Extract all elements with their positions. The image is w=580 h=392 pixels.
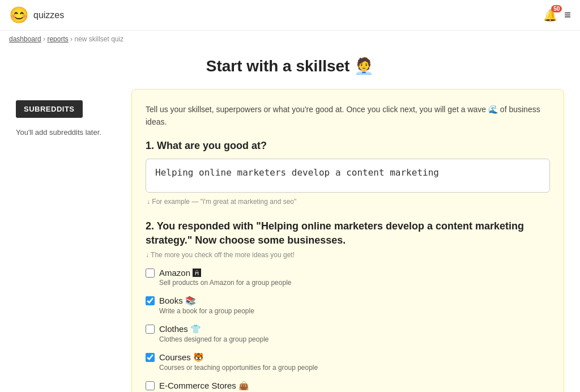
- header-left: 😊 quizzes: [9, 6, 64, 24]
- checkbox-row: Courses 🐯: [146, 352, 550, 363]
- breadcrumb-reports[interactable]: reports: [47, 35, 68, 43]
- question1-label: 1. What are you good at?: [146, 140, 550, 152]
- more-check-hint: ↓ The more you check off the more ideas …: [146, 251, 550, 259]
- checkbox-row: Books 📚: [146, 296, 550, 306]
- checkbox-row: Amazon 🅰: [146, 268, 550, 278]
- checkbox-row: Clothes 👕: [146, 324, 550, 334]
- label-books: Books 📚: [159, 296, 196, 306]
- header-right: 🔔 50 ≡: [543, 8, 571, 22]
- desc-clothes: Clothes designed for a group people: [146, 335, 550, 343]
- breadcrumb-dashboard[interactable]: dashboard: [9, 35, 41, 43]
- checkbox-ecommerce[interactable]: [146, 381, 155, 390]
- desc-amazon: Sell products on Amazon for a group peop…: [146, 279, 550, 287]
- sidebar: SUBREDDITS You'll add subreddits later.: [16, 89, 118, 392]
- skillset-card: Tell us your skillset, superpowers or wh…: [131, 89, 564, 392]
- desc-courses: Courses or teaching opportunities for a …: [146, 364, 550, 372]
- checkbox-courses[interactable]: [146, 353, 155, 362]
- list-item: Books 📚Write a book for a group people: [146, 296, 550, 315]
- question1-block: 1. What are you good at? ↓ For example —…: [146, 140, 550, 206]
- input-hint: ↓ For example — "i'm great at marketing …: [146, 198, 550, 206]
- main-layout: SUBREDDITS You'll add subreddits later. …: [7, 89, 573, 392]
- list-item: E-Commerce Stores 👜A store where a group…: [146, 381, 550, 392]
- notification-bell[interactable]: 🔔 50: [543, 8, 557, 22]
- checkbox-amazon[interactable]: [146, 269, 155, 278]
- list-item: Courses 🐯Courses or teaching opportuniti…: [146, 352, 550, 372]
- label-amazon: Amazon 🅰: [159, 268, 201, 278]
- label-clothes: Clothes 👕: [159, 324, 201, 334]
- question2-block: 2. You responded with "Helping online ma…: [146, 219, 550, 392]
- breadcrumb: dashboard › reports › new skillset quiz: [0, 31, 580, 48]
- checkbox-books[interactable]: [146, 296, 155, 305]
- business-checkbox-group: Amazon 🅰Sell products on Amazon for a gr…: [146, 268, 550, 392]
- page-title: Start with a skillset 🧑‍💼: [0, 48, 580, 75]
- label-courses: Courses 🐯: [159, 352, 204, 363]
- checkbox-row: E-Commerce Stores 👜: [146, 381, 550, 391]
- skillset-input[interactable]: [146, 159, 550, 193]
- notification-badge: 50: [551, 5, 562, 12]
- header: 😊 quizzes 🔔 50 ≡: [0, 0, 580, 31]
- breadcrumb-current: new skillset quiz: [74, 35, 123, 43]
- hamburger-menu[interactable]: ≡: [564, 8, 571, 22]
- subreddits-button[interactable]: SUBREDDITS: [16, 100, 83, 118]
- desc-books: Write a book for a group people: [146, 307, 550, 315]
- checkbox-clothes[interactable]: [146, 325, 155, 334]
- main-content: Tell us your skillset, superpowers or wh…: [118, 89, 564, 392]
- card-intro: Tell us your skillset, superpowers or wh…: [146, 103, 550, 129]
- label-ecommerce: E-Commerce Stores 👜: [159, 381, 249, 391]
- list-item: Amazon 🅰Sell products on Amazon for a gr…: [146, 268, 550, 287]
- sidebar-note: You'll add subreddits later.: [16, 127, 118, 138]
- logo-emoji: 😊: [9, 6, 29, 24]
- app-title: quizzes: [33, 10, 64, 20]
- list-item: Clothes 👕Clothes designed for a group pe…: [146, 324, 550, 343]
- question2-label: 2. You responded with "Helping online ma…: [146, 219, 550, 248]
